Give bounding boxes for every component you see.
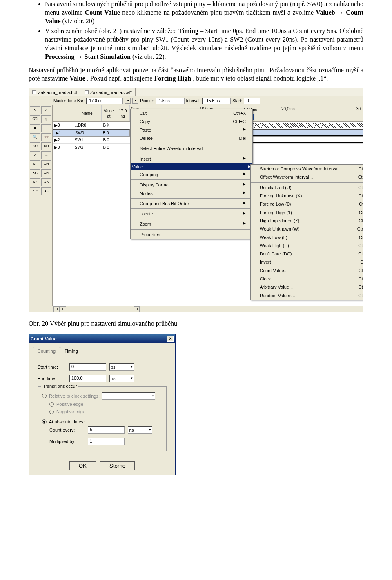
- submenu-item[interactable]: Clock...Ctrl+Alt+K: [251, 275, 363, 283]
- menu-separator: [251, 182, 363, 183]
- time-cursor[interactable]: [253, 114, 254, 120]
- tool-button[interactable]: XU: [30, 142, 40, 150]
- tool-button[interactable]: XH: [41, 160, 52, 168]
- count-every-unit-select[interactable]: ns ▾: [128, 426, 152, 434]
- radio-absolute-times[interactable]: At absolute times:: [42, 419, 162, 425]
- submenu-item[interactable]: Don't Care (DC)Ctrl+Alt+D: [251, 250, 363, 258]
- start-time-unit-select[interactable]: ps ▾: [109, 363, 134, 371]
- tool-button[interactable]: XC: [30, 169, 40, 177]
- tool-button[interactable]: XL: [30, 160, 40, 168]
- menu-item[interactable]: Display Format▶: [131, 181, 252, 189]
- tool-button[interactable]: [41, 124, 52, 132]
- tool-button[interactable]: ▲↓: [41, 187, 52, 195]
- cancel-button[interactable]: Storno: [100, 461, 135, 470]
- menu-label: Weak Unknown (W): [260, 226, 300, 232]
- signal-row[interactable]: ▶3SW2B 0: [53, 144, 130, 151]
- multiplied-by-input[interactable]: 1: [88, 438, 125, 445]
- submenu-item[interactable]: Forcing Unknown (X)Ctrl+Alt+X: [251, 192, 363, 200]
- menu-shortcut: Ctrl+Alt+0: [359, 201, 363, 207]
- menu-separator: [131, 198, 252, 199]
- tool-button[interactable]: ■: [30, 124, 40, 132]
- scroll-left-icon[interactable]: ◂: [134, 306, 140, 312]
- submenu-item[interactable]: Offset Waveform Interval...Ctrl+Alt+O: [251, 173, 363, 181]
- signal-row[interactable]: ▶0...DR0B X: [53, 122, 130, 129]
- menu-shortcut: Ctrl+Alt+V: [359, 268, 363, 273]
- submenu-item[interactable]: High Impedance (Z)Ctrl+Alt+Z: [251, 217, 363, 225]
- radio-positive-edge: Positive edge: [49, 401, 162, 407]
- menu-item[interactable]: DeleteDel: [131, 134, 252, 142]
- submenu-item[interactable]: Stretch or Compress Waveform Interval...…: [251, 165, 363, 173]
- tab-timing[interactable]: Timing: [60, 347, 82, 356]
- tab-vwf[interactable]: Zakladni_hradla.vwf*: [81, 88, 136, 96]
- menu-shortcut: Ctrl+Alt+B: [359, 284, 363, 290]
- tool-button[interactable]: XR: [41, 169, 52, 177]
- interval-label: Interval:: [186, 98, 201, 103]
- submenu-item[interactable]: Forcing High (1)Ctrl+Alt+1: [251, 208, 363, 217]
- submenu-item[interactable]: Forcing Low (0)Ctrl+Alt+0: [251, 200, 363, 208]
- menu-separator: [131, 179, 252, 180]
- menu-label: Clock...: [260, 276, 275, 282]
- arrow-right-icon[interactable]: ▸: [132, 98, 138, 104]
- signal-row[interactable]: ▶1SW0B 0: [53, 129, 130, 137]
- menu-item[interactable]: Group and Bus Bit Order▶: [131, 199, 252, 208]
- master-time-value[interactable]: 17.0 ns: [86, 98, 123, 104]
- scroll-left-icon[interactable]: ◂: [53, 306, 60, 312]
- tool-button[interactable]: ⌫: [30, 115, 40, 123]
- menu-item[interactable]: Select Entire Waveform Interval: [131, 144, 252, 152]
- menu-item[interactable]: CopyCtrl+C: [131, 117, 252, 125]
- tool-button[interactable]: 👓: [41, 133, 52, 141]
- start-time-input[interactable]: 0: [69, 363, 106, 371]
- menu-item[interactable]: Grouping▶: [131, 170, 252, 179]
- signal-row[interactable]: ▶2SW1B 0: [53, 137, 130, 144]
- radio-relative-clock[interactable]: Relative to clock settings: ▾: [42, 392, 162, 400]
- arrow-left-icon[interactable]: ◂: [125, 98, 131, 104]
- menu-item[interactable]: Insert▶: [131, 155, 252, 163]
- name-header: Name: [73, 105, 102, 121]
- radio-icon: [49, 410, 54, 414]
- scroll-right-icon[interactable]: ▸: [60, 306, 66, 312]
- ok-button[interactable]: OK: [69, 461, 96, 470]
- tool-button[interactable]: XB: [41, 178, 52, 186]
- submenu-item[interactable]: Uninitialized (U)Ctrl+Alt+U: [251, 184, 363, 192]
- menu-label: Invert: [260, 259, 271, 265]
- menu-item[interactable]: Paste▶: [131, 126, 252, 134]
- tool-button[interactable]: XO: [41, 142, 52, 150]
- end-time-input[interactable]: 100.0: [69, 375, 106, 382]
- submenu-item[interactable]: Weak Low (L)Ctrl+Alt+L: [251, 233, 363, 242]
- menu-item[interactable]: Value▶: [131, 163, 252, 170]
- radio-label: Relative to clock settings:: [49, 393, 100, 399]
- waveform-area[interactable]: 0 ps 10,0 ns 20,0 ns 30, 17,0 ns CutCtrl…: [130, 105, 363, 306]
- tool-button[interactable]: ⎓: [41, 151, 52, 159]
- submenu-arrow-icon: ▶: [243, 127, 246, 133]
- chevron-down-icon: ▾: [149, 428, 151, 432]
- submenu-item[interactable]: InvertCtrl+Alt+I: [251, 258, 363, 266]
- value-submenu: Stretch or Compress Waveform Interval...…: [250, 164, 363, 300]
- tool-button[interactable]: X?: [30, 178, 40, 186]
- submenu-item[interactable]: Weak High (H)Ctrl+Alt+H: [251, 242, 363, 250]
- close-icon[interactable]: ✕: [167, 336, 174, 342]
- tool-button[interactable]: A: [41, 106, 52, 114]
- menu-item[interactable]: Locate▶: [131, 210, 252, 218]
- tool-button[interactable]: Z: [30, 151, 40, 159]
- tool-button[interactable]: ⚬⚬: [30, 187, 40, 195]
- pointer-value: 1.5 ns: [156, 98, 185, 104]
- submenu-item[interactable]: Random Values...Ctrl+Alt+R: [251, 291, 363, 300]
- menu-item[interactable]: CutCtrl+X: [131, 109, 252, 117]
- menu-item[interactable]: Zoom▶: [131, 220, 252, 228]
- tab-counting[interactable]: Counting: [33, 347, 60, 356]
- count-every-input[interactable]: 5: [88, 426, 125, 434]
- tool-button[interactable]: ↖: [30, 106, 40, 114]
- menu-item[interactable]: Nodes▶: [131, 189, 252, 197]
- submenu-item[interactable]: Count Value...Ctrl+Alt+V: [251, 266, 363, 275]
- horizontal-scrollbar[interactable]: ◂ ▸ ◂: [29, 306, 363, 312]
- radio-label: At absolute times:: [49, 419, 85, 425]
- tool-button[interactable]: 🔍: [30, 133, 40, 141]
- menu-item[interactable]: Properties: [131, 231, 252, 239]
- end-time-unit-select[interactable]: ns ▾: [109, 375, 134, 382]
- menu-shortcut: Ctrl+Alt+W: [357, 226, 363, 232]
- tab-bdf[interactable]: Zakladni_hradla.bdf: [29, 88, 81, 96]
- tool-button[interactable]: ⊕: [41, 115, 52, 123]
- submenu-item[interactable]: Weak Unknown (W)Ctrl+Alt+W: [251, 225, 363, 233]
- dialog-titlebar[interactable]: Count Value ✕: [29, 334, 175, 343]
- submenu-item[interactable]: Arbitrary Value...Ctrl+Alt+B: [251, 283, 363, 291]
